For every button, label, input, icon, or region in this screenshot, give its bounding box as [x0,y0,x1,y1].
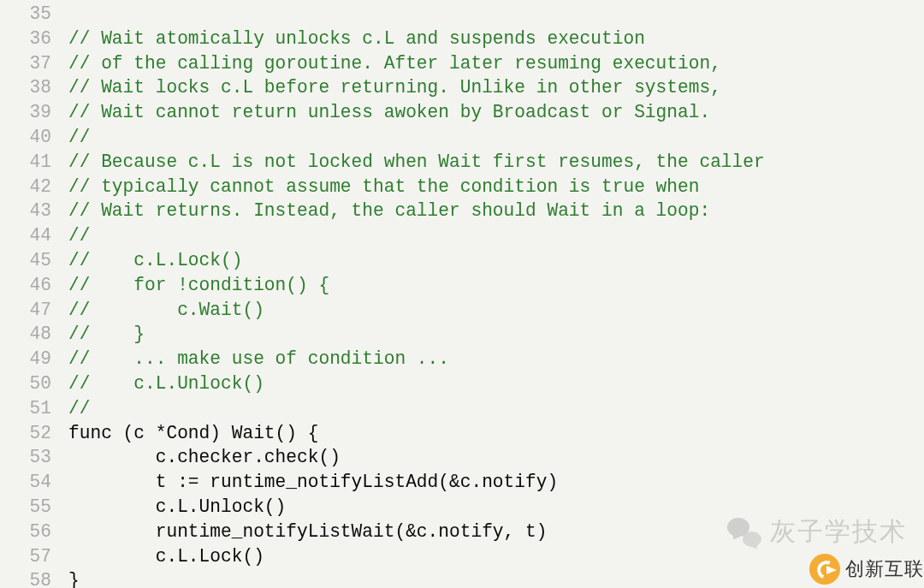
code-line: // Wait returns. Instead, the caller sho… [68,199,924,223]
code-line: // Wait cannot return unless awoken by B… [68,100,924,125]
comment-text: // for !condition() { [68,275,329,295]
line-number: 55 [0,495,51,520]
line-number: 37 [0,51,51,76]
comment-text: // c.Wait() [68,300,264,320]
code-line: // Because c.L is not locked when Wait f… [68,150,924,175]
code-text: c.L.Unlock() [68,496,286,517]
line-number: 49 [0,347,51,371]
comment-text: // of the calling goroutine. After later… [68,53,721,74]
code-line: c.checker.check() [68,445,924,470]
comment-text: // Wait cannot return unless awoken by B… [68,102,710,122]
code-text: } [68,570,80,588]
code-line: } [68,568,924,588]
code-line: runtime_notifyListWait(&c.notify, t) [68,520,924,544]
line-number: 58 [0,568,51,588]
line-number: 38 [0,75,51,100]
comment-text: // c.L.Lock() [68,250,242,270]
code-text: func (c *Cond) Wait() { [68,423,318,443]
code-line: // [68,223,924,248]
line-number: 39 [0,100,51,125]
code-line: // } [68,322,924,347]
code-text: t := runtime_notifyListAdd(&c.notify) [68,472,558,492]
comment-text: // [68,225,90,246]
code-editor: 3536373839404142434445464748495051525354… [0,0,924,588]
code-line: c.L.Unlock() [68,495,924,520]
line-number: 41 [0,150,51,175]
comment-text: // [68,398,90,419]
code-line: // ... make use of condition ... [68,347,924,371]
comment-text: // [68,127,90,147]
comment-text: // ... make use of condition ... [68,348,449,369]
line-number: 46 [0,273,51,298]
code-text: c.L.Lock() [68,546,264,567]
comment-text: // Because c.L is not locked when Wait f… [68,151,765,172]
comment-text: // Wait returns. Instead, the caller sho… [68,200,710,221]
line-number: 53 [0,445,51,470]
comment-text: // c.L.Unlock() [68,373,264,394]
line-number: 42 [0,175,51,199]
line-number: 43 [0,199,51,223]
code-line: // of the calling goroutine. After later… [68,51,924,76]
line-number: 45 [0,248,51,273]
code-line: // Wait atomically unlocks c.L and suspe… [68,27,924,51]
code-text: c.checker.check() [68,447,341,467]
comment-text: // Wait atomically unlocks c.L and suspe… [68,28,645,49]
code-line: // typically cannot assume that the cond… [68,175,924,199]
line-number: 35 [0,2,51,27]
comment-text: // typically cannot assume that the cond… [68,176,699,197]
code-area: // Wait atomically unlocks c.L and suspe… [68,2,924,588]
code-line [68,2,924,27]
line-number: 51 [0,396,51,421]
comment-text: // } [68,324,145,344]
code-line: // Wait locks c.L before returning. Unli… [68,75,924,100]
code-line: // c.L.Unlock() [68,371,924,396]
line-number: 48 [0,322,51,347]
code-line: c.L.Lock() [68,544,924,569]
line-number: 47 [0,298,51,323]
line-number: 50 [0,371,51,396]
code-line: func (c *Cond) Wait() { [68,421,924,446]
comment-text: // Wait locks c.L before returning. Unli… [68,77,721,98]
code-line: // [68,396,924,421]
line-number: 57 [0,544,51,569]
code-line: // c.Wait() [68,298,924,323]
line-number: 56 [0,520,51,544]
code-line: // [68,125,924,150]
line-number: 40 [0,125,51,150]
code-text: runtime_notifyListWait(&c.notify, t) [68,521,547,542]
line-number: 54 [0,470,51,495]
line-number: 52 [0,421,51,446]
code-line: // for !condition() { [68,273,924,298]
code-line: t := runtime_notifyListAdd(&c.notify) [68,470,924,495]
line-number-gutter: 3536373839404142434445464748495051525354… [0,2,68,588]
code-line: // c.L.Lock() [68,248,924,273]
line-number: 44 [0,223,51,248]
line-number: 36 [0,27,51,51]
